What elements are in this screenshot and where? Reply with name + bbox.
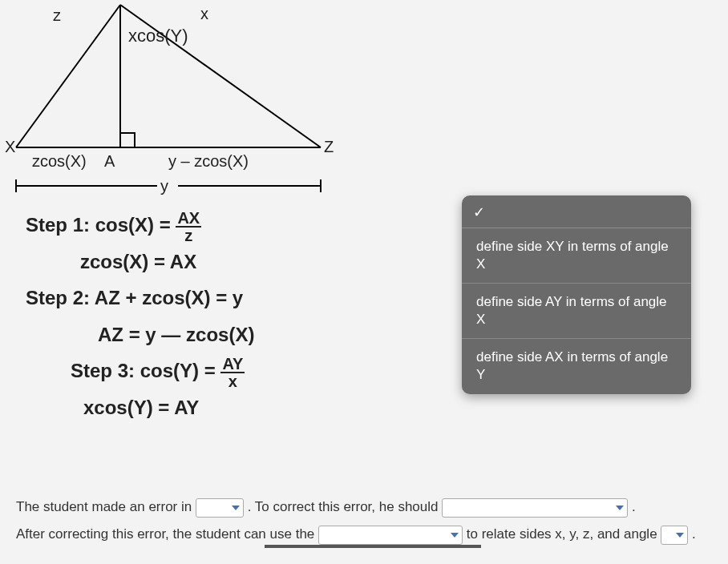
step-2: Step 2: AZ + zcos(X) = y bbox=[26, 280, 370, 316]
full-base-label: y bbox=[160, 177, 168, 195]
check-icon: ✓ bbox=[473, 204, 485, 220]
vertex-z: Z bbox=[324, 138, 334, 156]
text-after-correcting: After correcting this error, the student… bbox=[16, 526, 318, 542]
side-z: z bbox=[53, 6, 61, 25]
altitude-label: xcos(Y) bbox=[128, 26, 188, 46]
svg-line-0 bbox=[16, 5, 120, 147]
text-to-relate: to relate sides x, y, z, and angle bbox=[467, 526, 661, 542]
dropdown-step[interactable] bbox=[196, 498, 244, 518]
dropdown-option-1[interactable]: define side XY in terms of angle X bbox=[462, 228, 691, 284]
chevron-down-icon bbox=[676, 533, 684, 538]
dropdown-angle[interactable] bbox=[661, 526, 688, 545]
right-base-label: y – zcos(X) bbox=[168, 152, 249, 171]
step-2b: AZ = y — zcos(X) bbox=[26, 316, 370, 353]
chevron-down-icon bbox=[232, 506, 240, 510]
text-period-1: . bbox=[632, 499, 636, 514]
text-to-correct: . To correct this error, he should bbox=[248, 499, 443, 514]
step-3b: xcos(Y) = AY bbox=[26, 389, 370, 426]
text-period-2: . bbox=[692, 526, 696, 542]
step-1b: zcos(X) = AX bbox=[26, 244, 370, 280]
vertex-x: X bbox=[5, 138, 15, 156]
chevron-down-icon bbox=[616, 506, 624, 510]
answer-line-2: After correcting this error, the student… bbox=[16, 521, 712, 548]
dropdown-correction[interactable] bbox=[442, 498, 628, 518]
dropdown-option-2[interactable]: define side AY in terms of angle X bbox=[462, 284, 691, 339]
left-base-label: zcos(X) bbox=[32, 152, 87, 171]
dropdown-option-3[interactable]: define side AX in terms of angle Y bbox=[462, 339, 691, 393]
fraction-3: AYx bbox=[220, 356, 245, 389]
step-1: Step 1: cos(X) = AXz bbox=[26, 207, 370, 244]
side-x: x bbox=[200, 5, 208, 23]
dropdown-use[interactable] bbox=[318, 526, 463, 545]
point-a: A bbox=[104, 152, 115, 171]
chevron-down-icon bbox=[451, 533, 459, 538]
svg-rect-4 bbox=[120, 133, 135, 147]
fraction-1: AXz bbox=[176, 210, 201, 244]
answer-line-1: The student made an error in . To correc… bbox=[16, 494, 712, 521]
dropdown-popup: ✓ define side XY in terms of angle X def… bbox=[462, 195, 691, 394]
answer-area: The student made an error in . To correc… bbox=[16, 494, 712, 548]
step-3: Step 3: cos(Y) = AYx bbox=[26, 352, 370, 389]
dropdown-selected-blank[interactable]: ✓ bbox=[462, 195, 691, 228]
text-error-in: The student made an error in bbox=[16, 499, 196, 514]
triangle-diagram: X Z A z x xcos(Y) zcos(X) y – zcos(X) y bbox=[0, 0, 369, 200]
steps-block: Step 1: cos(X) = AXz zcos(X) = AX Step 2… bbox=[26, 207, 370, 426]
